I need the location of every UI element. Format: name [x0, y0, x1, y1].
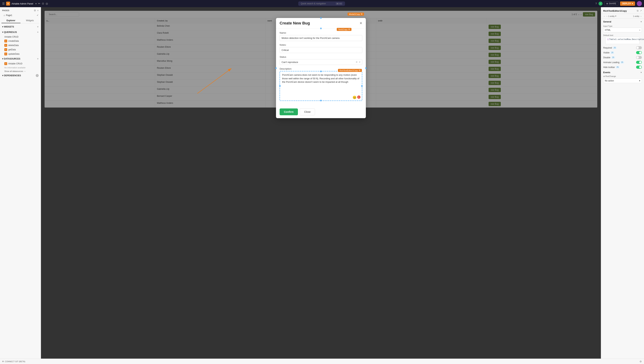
- queries-add-btn[interactable]: +: [37, 31, 39, 34]
- text1copy-label: Text1Copy: [338, 29, 348, 31]
- modal-resize-right-handle[interactable]: [365, 68, 366, 69]
- rs-arrow-left[interactable]: → → 1 entity ▾: [603, 15, 616, 17]
- close-button[interactable]: Close: [300, 108, 315, 115]
- help-icon[interactable]: ?: [596, 2, 597, 5]
- sidebar-item-airtable-crud-ds[interactable]: A Airtable CRUD: [0, 62, 41, 66]
- datasources-section-header[interactable]: ▾ DATASOURCES +: [0, 56, 41, 62]
- app-icon: A: [6, 2, 10, 6]
- emoji-badge[interactable]: 1: [357, 96, 360, 99]
- widgets-caret-icon: ▾: [2, 26, 3, 28]
- rich-editor-settings-icon[interactable]: ⚙: [359, 69, 360, 72]
- rs-events-title: Events: [603, 71, 610, 74]
- code-table-ref: Table1.selectedRow.Description: [609, 38, 644, 41]
- airtable-crud-ds-icon: A: [4, 62, 7, 65]
- modal-resize-left-handle[interactable]: [275, 68, 277, 69]
- visible-toggle[interactable]: [636, 51, 642, 54]
- rs-no-action-value: No action: [605, 80, 614, 82]
- sidebar-item-updatedata[interactable]: A updateData: [0, 52, 41, 56]
- pages-section-header[interactable]: PAGES ⚙ +: [0, 7, 41, 13]
- confirm-button[interactable]: Confirm: [280, 108, 298, 115]
- widgets-title: WIDGETS: [4, 26, 14, 28]
- widgets-add-btn[interactable]: +: [37, 25, 39, 29]
- rs-no-action-caret-icon: ▾: [639, 80, 640, 82]
- dependencies-section-header[interactable]: ▾ DEPENDENCIES ?: [0, 73, 41, 78]
- status-clear-icon[interactable]: ✕: [356, 61, 358, 64]
- datasources-add-btn[interactable]: +: [37, 57, 39, 61]
- dependencies-help-icon[interactable]: ?: [36, 74, 39, 77]
- rs-animate-js-badge[interactable]: JS: [620, 61, 624, 64]
- modal1copy-tag: Modal1Copy ⚙: [348, 13, 364, 16]
- tab-explorer[interactable]: Explorer: [2, 18, 20, 23]
- rs-input-type-select[interactable]: HTML ▾: [603, 28, 642, 32]
- user-avatar[interactable]: [637, 1, 642, 6]
- rs-general-caret-icon: ▾: [640, 20, 642, 23]
- rs-general-section[interactable]: General ▾: [601, 19, 644, 24]
- global-search[interactable]: Quick search & navigation ⌘ + K: [298, 2, 345, 6]
- deploy-button[interactable]: DEPLOY ▾: [620, 2, 635, 6]
- animate-loading-toggle[interactable]: [636, 61, 642, 64]
- rs-default-text-box[interactable]: {{Table1.selectedRow.Description}}: [605, 37, 640, 44]
- menu-icon[interactable]: ☰: [2, 2, 5, 6]
- show-all-datasources[interactable]: Show all datasources →: [0, 69, 41, 73]
- rs-hide-toolbar-js-badge[interactable]: JS: [616, 66, 620, 68]
- rich-editor-resize-right[interactable]: [361, 85, 362, 87]
- rs-required-js-badge[interactable]: JS: [613, 47, 617, 49]
- updatedata-icon: A: [4, 53, 7, 55]
- queries-section-header[interactable]: ▾ QUERIES/JS +: [0, 30, 41, 35]
- sidebar-item-page1[interactable]: ⌂ Page1 ✓: [0, 13, 41, 18]
- canvas-area: 1 of 2 ‹ › ose Bug u... Created_by eami …: [41, 7, 601, 364]
- search-circle-icon[interactable]: ⊙: [42, 2, 44, 5]
- rich-editor-content[interactable]: PorchCam camera does not seem to be resp…: [280, 71, 362, 95]
- tab-widgets[interactable]: Widgets: [20, 18, 40, 23]
- share-button[interactable]: ⊗ SHARE: [604, 2, 618, 6]
- status-select[interactable]: Can't reproduce ✕ ▾: [280, 59, 362, 65]
- sidebar-item-createdata[interactable]: A createData: [0, 39, 41, 43]
- pages-add-icon[interactable]: +: [37, 9, 39, 12]
- rs-copy-icon[interactable]: ⧉: [637, 9, 638, 12]
- sidebar-item-deletedata[interactable]: A deleteData: [0, 43, 41, 48]
- getdata-icon: A: [4, 48, 7, 51]
- rich-editor-resize-top[interactable]: [320, 71, 322, 72]
- text1copy-settings-icon[interactable]: ⚙: [348, 28, 350, 31]
- bottom-settings-icon[interactable]: ⚙: [640, 360, 642, 363]
- sidebar-item-getdata[interactable]: A getData: [0, 48, 41, 52]
- status-caret-icon[interactable]: ▾: [359, 61, 360, 63]
- modal-notes-field: Notes:: [280, 44, 362, 53]
- rs-events-section[interactable]: Events ▾: [601, 70, 644, 75]
- required-toggle[interactable]: [636, 46, 642, 49]
- notes-input[interactable]: [280, 47, 362, 53]
- topbar: ☰ A Airtable Admin Panel ▾ ✏ ⊙ ◎ Quick s…: [0, 0, 644, 7]
- modal-footer: Confirm Close: [276, 106, 366, 118]
- datasources-caret-icon: ▾: [2, 58, 3, 60]
- rs-animate-loading-row: Animate Loading JS: [601, 60, 644, 65]
- deletedata-label: deleteData: [8, 44, 19, 47]
- edit-icon[interactable]: ✏: [38, 2, 40, 5]
- app-title-caret[interactable]: ▾: [36, 2, 37, 5]
- rich-editor-resize-left[interactable]: [279, 85, 281, 87]
- pages-settings-icon[interactable]: ⚙: [34, 9, 36, 12]
- updatedata-label: updateData: [8, 53, 20, 55]
- rs-link-icon[interactable]: ↗: [640, 9, 642, 12]
- git-label[interactable]: CONNECT GIT (BETA): [5, 360, 25, 362]
- name-input[interactable]: [280, 35, 362, 41]
- rs-arrow-right: 1 entity →: [633, 15, 642, 17]
- sidebar-item-airtable-crud-query[interactable]: Airtable CRUD: [0, 35, 41, 39]
- rs-no-action-select[interactable]: No action ▾: [603, 78, 642, 83]
- modal-close-button[interactable]: ✕: [360, 21, 362, 25]
- rs-visible-js-badge[interactable]: JS: [610, 52, 614, 54]
- modal-header-resize-bottom[interactable]: [320, 28, 322, 29]
- modal-body: Name: Notes: Status Can't reprodu: [276, 29, 366, 106]
- deletedata-icon: A: [4, 44, 7, 47]
- rs-disable-js-badge[interactable]: JS: [611, 56, 615, 59]
- rich-editor-tag: RichTextEditor1Copy ⚙: [338, 69, 362, 72]
- widgets-section-header[interactable]: ▾ WIDGETS +: [0, 24, 41, 30]
- rich-editor-resize-bottom[interactable]: [320, 100, 322, 101]
- rs-required-row: Required JS: [601, 45, 644, 50]
- name-label: Name:: [280, 32, 362, 34]
- emoji-icon[interactable]: 😐: [352, 96, 356, 100]
- target-icon[interactable]: ◎: [46, 2, 48, 5]
- modal-header: Create New Bug ✕ Text1Copy ⚙: [276, 18, 366, 29]
- hide-toolbar-toggle[interactable]: [636, 66, 642, 69]
- modal1copy-settings-icon[interactable]: ⚙: [361, 13, 362, 15]
- disable-toggle[interactable]: [636, 56, 642, 59]
